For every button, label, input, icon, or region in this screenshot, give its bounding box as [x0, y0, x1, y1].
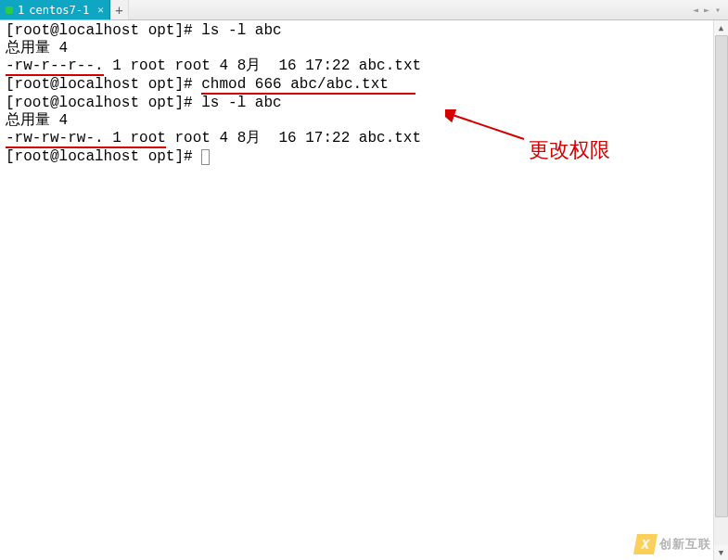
scroll-up-icon[interactable]: ▲: [714, 20, 728, 35]
watermark: X 创新互联: [635, 534, 711, 554]
terminal-pane[interactable]: [root@localhost opt]# ls -l abc 总用量 4 -r…: [0, 20, 728, 560]
tab-nav-controls: ◄ ► ▾: [691, 0, 728, 19]
tab-prev-icon[interactable]: ◄: [691, 5, 700, 15]
scroll-down-icon[interactable]: ▼: [714, 545, 728, 560]
total-line1: 总用量 4: [6, 40, 68, 57]
scrollbar-thumb[interactable]: [715, 35, 728, 517]
terminal-cursor: [201, 149, 210, 165]
annotation-arrow-icon: [445, 109, 529, 146]
command-ls1: ls -l abc: [201, 22, 281, 39]
watermark-badge-icon: X: [633, 534, 658, 554]
prompt: [root@localhost opt]#: [6, 148, 193, 165]
tab-title: centos7-1: [29, 4, 89, 17]
listing-rest1: 1 root root 4 8月 16 17:22 abc.txt: [104, 57, 421, 74]
total-line2: 总用量 4: [6, 112, 68, 129]
add-tab-button[interactable]: +: [110, 0, 129, 19]
svg-line-1: [453, 115, 524, 139]
tab-centos[interactable]: 1 centos7-1 ✕: [0, 0, 110, 19]
annotation-label: 更改权限: [529, 136, 610, 164]
tab-bar: 1 centos7-1 ✕ + ◄ ► ▾: [0, 0, 728, 20]
listing-rest2: root 4 8月 16 17:22 abc.txt: [166, 130, 421, 146]
prompt: [root@localhost opt]#: [6, 95, 193, 111]
close-icon[interactable]: ✕: [97, 4, 104, 16]
tab-status-dot: [6, 6, 13, 14]
terminal-output: [root@localhost opt]# ls -l abc 总用量 4 -r…: [0, 20, 728, 168]
command-ls2: ls -l abc: [201, 95, 281, 111]
perms-after: -rw-rw-rw-. 1 root: [6, 131, 166, 148]
prompt: [root@localhost opt]#: [6, 22, 193, 39]
tab-menu-icon[interactable]: ▾: [713, 5, 722, 15]
scrollbar[interactable]: ▲ ▼: [713, 20, 728, 560]
command-chmod: chmod 666 abc/abc.txt: [201, 77, 389, 95]
prompt: [root@localhost opt]#: [6, 76, 193, 93]
watermark-text: 创新互联: [659, 536, 711, 553]
tab-next-icon[interactable]: ►: [702, 5, 711, 15]
tab-index: 1: [18, 4, 24, 17]
perms-before: -rw-r--r--.: [6, 58, 104, 76]
